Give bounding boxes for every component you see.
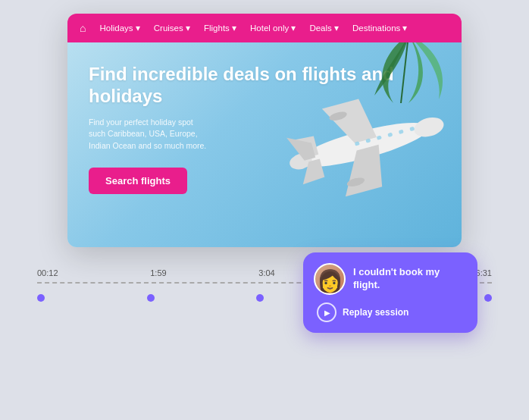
palm-decoration xyxy=(363,42,454,126)
hero-subtitle: Find your perfect holiday spot such Cari… xyxy=(89,117,210,152)
nav-item-flights[interactable]: Flights ▾ xyxy=(204,23,236,33)
timeline-label-1: 1:59 xyxy=(150,268,166,277)
timeline-dot-2[interactable] xyxy=(256,294,264,302)
timeline-label-4: 6:31 xyxy=(476,268,492,277)
nav-item-cruises[interactable]: Cruises ▾ xyxy=(154,23,190,33)
popup-header: 👩 I couldn't book my flight. xyxy=(314,263,464,295)
page-wrapper: ⌂ Holidays ▾ Cruises ▾ Flights ▾ Hotel o… xyxy=(0,0,529,420)
replay-icon[interactable]: ▶ xyxy=(317,302,336,322)
nav-item-holidays[interactable]: Holidays ▾ xyxy=(99,23,139,33)
search-flights-button[interactable]: Search flights xyxy=(89,168,187,194)
timeline-dot-0[interactable] xyxy=(37,294,45,302)
popup-card: 👩 I couldn't book my flight. ▶ Replay se… xyxy=(303,252,477,333)
nav-item-destinations[interactable]: Destinations ▾ xyxy=(352,23,407,33)
navbar: ⌂ Holidays ▾ Cruises ▾ Flights ▾ Hotel o… xyxy=(67,14,462,42)
timeline-label-0: 00:12 xyxy=(37,268,58,277)
avatar-image: 👩 xyxy=(317,271,343,292)
timeline-label-2: 3:04 xyxy=(258,268,274,277)
home-icon[interactable]: ⌂ xyxy=(80,22,86,34)
nav-item-hotel[interactable]: Hotel only ▾ xyxy=(250,23,296,33)
hero-section: Find incredible deals on flights and hol… xyxy=(67,42,462,247)
replay-row[interactable]: ▶ Replay session xyxy=(314,302,464,322)
replay-label[interactable]: Replay session xyxy=(343,307,408,318)
nav-item-deals[interactable]: Deals ▾ xyxy=(309,23,339,33)
popup-message: I couldn't book my flight. xyxy=(353,266,464,292)
avatar: 👩 xyxy=(314,263,346,295)
timeline-dot-1[interactable] xyxy=(147,294,155,302)
timeline-dot-4[interactable] xyxy=(484,294,492,302)
play-icon: ▶ xyxy=(324,309,330,317)
browser-card: ⌂ Holidays ▾ Cruises ▾ Flights ▾ Hotel o… xyxy=(67,14,462,247)
